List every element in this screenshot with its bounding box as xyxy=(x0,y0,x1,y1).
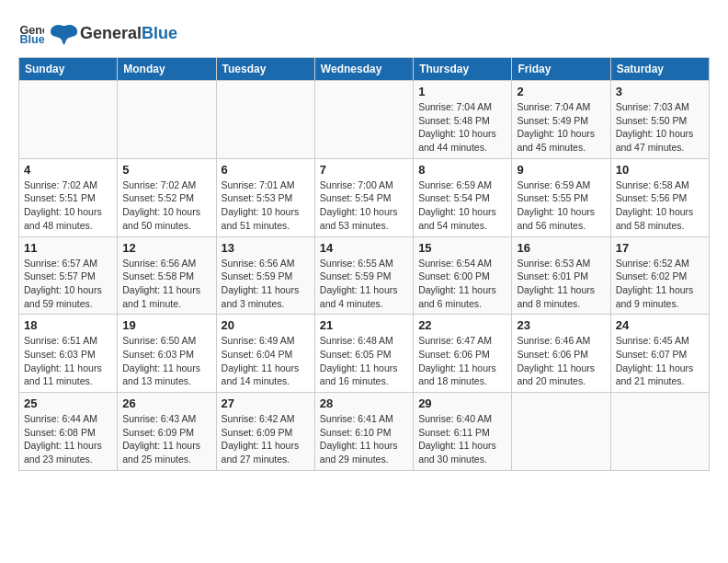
day-number: 22 xyxy=(418,318,506,332)
day-number: 16 xyxy=(517,241,605,255)
day-info: Sunrise: 6:45 AMSunset: 6:07 PMDaylight:… xyxy=(616,334,704,388)
day-number: 5 xyxy=(122,163,210,177)
logo-blue-text: Blue xyxy=(142,24,177,42)
day-info: Sunrise: 7:02 AMSunset: 5:52 PMDaylight:… xyxy=(122,178,210,233)
day-cell: 18Sunrise: 6:51 AMSunset: 6:03 PMDayligh… xyxy=(19,315,118,393)
day-info: Sunrise: 6:51 AMSunset: 6:03 PMDaylight:… xyxy=(24,334,112,388)
day-cell xyxy=(216,81,314,159)
header-cell-thursday: Thursday xyxy=(414,58,512,81)
day-cell xyxy=(512,393,610,471)
logo: General Blue GeneralBlue xyxy=(18,18,177,48)
day-number: 2 xyxy=(517,85,605,98)
logo-general-text: General xyxy=(80,24,142,42)
day-cell: 27Sunrise: 6:42 AMSunset: 6:09 PMDayligh… xyxy=(216,393,314,471)
day-info: Sunrise: 6:56 AMSunset: 5:59 PMDaylight:… xyxy=(222,257,310,311)
day-number: 25 xyxy=(24,396,112,410)
day-cell: 2Sunrise: 7:04 AMSunset: 5:49 PMDaylight… xyxy=(512,81,610,159)
day-cell: 5Sunrise: 7:02 AMSunset: 5:52 PMDaylight… xyxy=(118,158,216,236)
day-info: Sunrise: 6:47 AMSunset: 6:06 PMDaylight:… xyxy=(418,334,506,388)
header-row: SundayMondayTuesdayWednesdayThursdayFrid… xyxy=(19,58,710,81)
page-header: General Blue GeneralBlue xyxy=(18,18,710,48)
day-number: 15 xyxy=(418,241,506,255)
day-info: Sunrise: 6:52 AMSunset: 6:02 PMDaylight:… xyxy=(616,257,704,311)
day-info: Sunrise: 6:43 AMSunset: 6:09 PMDaylight:… xyxy=(122,412,210,466)
header-cell-sunday: Sunday xyxy=(19,58,118,81)
calendar-table: SundayMondayTuesdayWednesdayThursdayFrid… xyxy=(18,57,710,471)
header-cell-saturday: Saturday xyxy=(610,58,709,81)
calendar-body: 1Sunrise: 7:04 AMSunset: 5:48 PMDaylight… xyxy=(19,81,710,471)
day-info: Sunrise: 6:58 AMSunset: 5:56 PMDaylight:… xyxy=(616,178,704,233)
day-cell: 3Sunrise: 7:03 AMSunset: 5:50 PMDaylight… xyxy=(610,81,709,159)
day-info: Sunrise: 7:04 AMSunset: 5:48 PMDaylight:… xyxy=(418,100,506,155)
day-number: 20 xyxy=(222,318,310,332)
day-info: Sunrise: 6:49 AMSunset: 6:04 PMDaylight:… xyxy=(222,334,310,388)
day-cell: 20Sunrise: 6:49 AMSunset: 6:04 PMDayligh… xyxy=(216,315,314,393)
day-cell xyxy=(118,81,216,159)
day-info: Sunrise: 6:53 AMSunset: 6:01 PMDaylight:… xyxy=(517,257,605,311)
day-number: 7 xyxy=(320,163,408,177)
day-number: 11 xyxy=(24,241,112,255)
week-row-0: 1Sunrise: 7:04 AMSunset: 5:48 PMDaylight… xyxy=(19,81,710,159)
day-cell: 19Sunrise: 6:50 AMSunset: 6:03 PMDayligh… xyxy=(118,315,216,393)
day-number: 6 xyxy=(222,163,310,177)
day-number: 27 xyxy=(222,396,310,410)
day-cell: 24Sunrise: 6:45 AMSunset: 6:07 PMDayligh… xyxy=(610,315,709,393)
day-info: Sunrise: 6:42 AMSunset: 6:09 PMDaylight:… xyxy=(222,412,310,466)
day-number: 10 xyxy=(616,163,704,177)
day-number: 1 xyxy=(418,85,506,98)
header-cell-wednesday: Wednesday xyxy=(314,58,413,81)
day-cell: 13Sunrise: 6:56 AMSunset: 5:59 PMDayligh… xyxy=(216,236,314,315)
day-number: 28 xyxy=(320,396,408,410)
day-cell: 17Sunrise: 6:52 AMSunset: 6:02 PMDayligh… xyxy=(610,236,709,315)
logo-icon: General Blue xyxy=(18,20,44,46)
day-info: Sunrise: 6:59 AMSunset: 5:54 PMDaylight:… xyxy=(418,178,506,233)
day-number: 17 xyxy=(616,241,704,255)
week-row-1: 4Sunrise: 7:02 AMSunset: 5:51 PMDaylight… xyxy=(19,158,710,236)
day-cell: 23Sunrise: 6:46 AMSunset: 6:06 PMDayligh… xyxy=(512,315,610,393)
day-info: Sunrise: 7:03 AMSunset: 5:50 PMDaylight:… xyxy=(616,100,704,155)
day-cell: 12Sunrise: 6:56 AMSunset: 5:58 PMDayligh… xyxy=(118,236,216,315)
header-cell-tuesday: Tuesday xyxy=(216,58,314,81)
day-number: 3 xyxy=(616,85,704,98)
day-cell: 28Sunrise: 6:41 AMSunset: 6:10 PMDayligh… xyxy=(314,393,413,471)
header-cell-monday: Monday xyxy=(118,58,216,81)
day-info: Sunrise: 6:46 AMSunset: 6:06 PMDaylight:… xyxy=(517,334,605,388)
day-info: Sunrise: 7:04 AMSunset: 5:49 PMDaylight:… xyxy=(517,100,605,155)
day-info: Sunrise: 6:44 AMSunset: 6:08 PMDaylight:… xyxy=(24,412,112,466)
week-row-4: 25Sunrise: 6:44 AMSunset: 6:08 PMDayligh… xyxy=(19,393,710,471)
day-cell: 7Sunrise: 7:00 AMSunset: 5:54 PMDaylight… xyxy=(314,158,413,236)
day-cell: 29Sunrise: 6:40 AMSunset: 6:11 PMDayligh… xyxy=(414,393,512,471)
day-info: Sunrise: 7:00 AMSunset: 5:54 PMDaylight:… xyxy=(320,178,408,233)
day-info: Sunrise: 6:40 AMSunset: 6:11 PMDaylight:… xyxy=(418,412,506,466)
header-cell-friday: Friday xyxy=(512,58,610,81)
day-number: 21 xyxy=(320,318,408,332)
day-cell: 21Sunrise: 6:48 AMSunset: 6:05 PMDayligh… xyxy=(314,315,413,393)
logo-bird-icon xyxy=(48,18,77,48)
day-number: 4 xyxy=(24,163,112,177)
day-cell xyxy=(314,81,413,159)
day-info: Sunrise: 6:41 AMSunset: 6:10 PMDaylight:… xyxy=(320,412,408,466)
week-row-3: 18Sunrise: 6:51 AMSunset: 6:03 PMDayligh… xyxy=(19,315,710,393)
day-cell: 14Sunrise: 6:55 AMSunset: 5:59 PMDayligh… xyxy=(314,236,413,315)
day-cell: 1Sunrise: 7:04 AMSunset: 5:48 PMDaylight… xyxy=(414,81,512,159)
day-cell xyxy=(610,393,709,471)
day-number: 18 xyxy=(24,318,112,332)
day-cell: 8Sunrise: 6:59 AMSunset: 5:54 PMDaylight… xyxy=(414,158,512,236)
day-number: 14 xyxy=(320,241,408,255)
day-number: 8 xyxy=(418,163,506,177)
day-info: Sunrise: 6:48 AMSunset: 6:05 PMDaylight:… xyxy=(320,334,408,388)
day-cell: 11Sunrise: 6:57 AMSunset: 5:57 PMDayligh… xyxy=(19,236,118,315)
day-number: 19 xyxy=(122,318,210,332)
day-number: 23 xyxy=(517,318,605,332)
day-info: Sunrise: 7:01 AMSunset: 5:53 PMDaylight:… xyxy=(222,178,310,233)
day-number: 29 xyxy=(418,396,506,410)
day-number: 13 xyxy=(222,241,310,255)
day-info: Sunrise: 6:57 AMSunset: 5:57 PMDaylight:… xyxy=(24,257,112,311)
day-cell: 26Sunrise: 6:43 AMSunset: 6:09 PMDayligh… xyxy=(118,393,216,471)
day-info: Sunrise: 7:02 AMSunset: 5:51 PMDaylight:… xyxy=(24,178,112,233)
day-cell: 25Sunrise: 6:44 AMSunset: 6:08 PMDayligh… xyxy=(19,393,118,471)
day-cell: 15Sunrise: 6:54 AMSunset: 6:00 PMDayligh… xyxy=(414,236,512,315)
day-cell xyxy=(19,81,118,159)
day-number: 12 xyxy=(122,241,210,255)
day-number: 24 xyxy=(616,318,704,332)
